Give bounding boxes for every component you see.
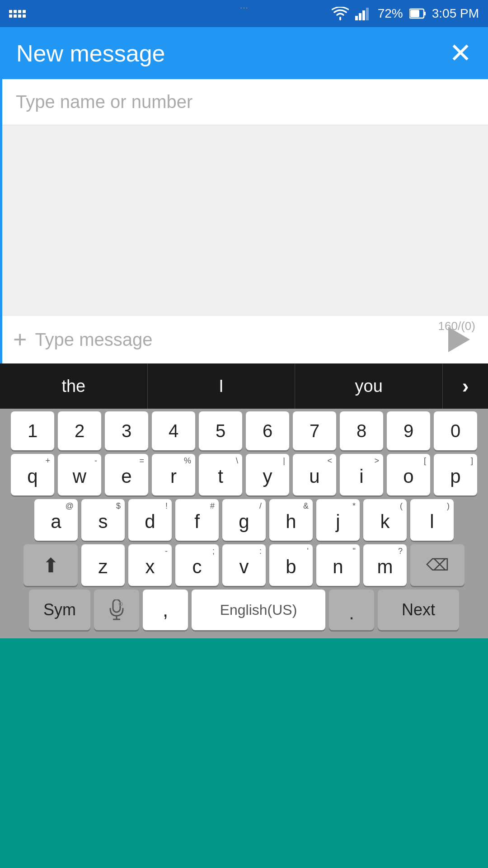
suggestions-arrow-icon: › bbox=[462, 375, 469, 397]
key-h[interactable]: & h bbox=[269, 499, 313, 541]
app-header: New message ✕ bbox=[0, 27, 488, 79]
status-bar-left bbox=[9, 10, 326, 18]
key-n[interactable]: " n bbox=[316, 544, 360, 586]
zxcv-row: ⬆ z - x ; c : v ' b " n ? m ⌫ bbox=[2, 544, 486, 586]
svg-rect-6 bbox=[410, 10, 419, 17]
clock: 3:05 PM bbox=[432, 6, 479, 21]
message-input-row: 160/(0) + bbox=[2, 315, 488, 363]
next-key[interactable]: Next bbox=[378, 590, 459, 630]
message-input[interactable] bbox=[35, 330, 441, 350]
battery-icon bbox=[409, 7, 426, 20]
recipient-input[interactable] bbox=[2, 79, 488, 125]
asdf-row: @ a $ s ! d # f / g & h * j ( k bbox=[2, 499, 486, 541]
key-0[interactable]: 0 bbox=[434, 411, 477, 450]
key-8[interactable]: 8 bbox=[340, 411, 383, 450]
key-7[interactable]: 7 bbox=[293, 411, 336, 450]
key-9[interactable]: 9 bbox=[387, 411, 430, 450]
key-x[interactable]: - x bbox=[128, 544, 172, 586]
suggestion-i[interactable]: I bbox=[148, 363, 296, 409]
suggestions-more-button[interactable]: › bbox=[443, 363, 488, 409]
space-key[interactable]: English(US) bbox=[192, 590, 325, 630]
key-4[interactable]: 4 bbox=[152, 411, 195, 450]
bottom-row: Sym ⚙ , English(US) ··· . Next bbox=[2, 590, 486, 630]
key-w[interactable]: - w bbox=[58, 454, 101, 495]
suggestions-bar: the I you › bbox=[0, 363, 488, 409]
key-o[interactable]: [ o bbox=[387, 454, 430, 495]
key-g[interactable]: / g bbox=[222, 499, 266, 541]
key-l[interactable]: ) l bbox=[410, 499, 454, 541]
key-d[interactable]: ! d bbox=[128, 499, 172, 541]
comma-key[interactable]: , bbox=[143, 590, 188, 630]
key-t[interactable]: \ t bbox=[199, 454, 242, 495]
wifi-icon bbox=[332, 7, 349, 20]
key-u[interactable]: < u bbox=[293, 454, 336, 495]
shift-key[interactable]: ⬆ bbox=[23, 544, 78, 586]
battery-level: 72% bbox=[378, 6, 403, 21]
key-j[interactable]: * j bbox=[316, 499, 360, 541]
svg-rect-2 bbox=[362, 10, 365, 20]
mic-wrapper: ⚙ bbox=[108, 599, 125, 620]
suggestion-you[interactable]: you bbox=[295, 363, 443, 409]
number-row: 1 2 3 4 5 6 7 8 9 0 bbox=[2, 411, 486, 450]
period-key[interactable]: ··· . bbox=[329, 590, 374, 630]
suggestion-the[interactable]: the bbox=[0, 363, 148, 409]
key-q[interactable]: + q bbox=[11, 454, 54, 495]
qwerty-row: + q - w = e % r \ t | y < u > i bbox=[2, 454, 486, 495]
delete-icon: ⌫ bbox=[426, 556, 449, 575]
grid-icon bbox=[9, 10, 26, 18]
key-m[interactable]: ? m bbox=[363, 544, 407, 586]
char-count: 160/(0) bbox=[438, 319, 475, 333]
svg-rect-5 bbox=[424, 12, 426, 15]
key-c[interactable]: ; c bbox=[175, 544, 219, 586]
signal-icon bbox=[355, 7, 371, 20]
svg-rect-3 bbox=[366, 8, 369, 20]
keyboard: 1 2 3 4 5 6 7 8 9 0 + q - w = e % r \ t bbox=[0, 409, 488, 638]
key-6[interactable]: 6 bbox=[246, 411, 289, 450]
compose-area: 160/(0) + bbox=[0, 79, 488, 363]
key-p[interactable]: ] p bbox=[434, 454, 477, 495]
status-icons: 72% 3:05 PM bbox=[332, 6, 479, 21]
delete-key[interactable]: ⌫ bbox=[410, 544, 465, 586]
sym-key[interactable]: Sym bbox=[29, 590, 90, 630]
svg-rect-0 bbox=[355, 16, 358, 20]
key-k[interactable]: ( k bbox=[363, 499, 407, 541]
key-z[interactable]: z bbox=[81, 544, 125, 586]
key-v[interactable]: : v bbox=[222, 544, 266, 586]
shift-icon: ⬆ bbox=[42, 554, 59, 577]
key-i[interactable]: > i bbox=[340, 454, 383, 495]
key-5[interactable]: 5 bbox=[199, 411, 242, 450]
key-e[interactable]: = e bbox=[105, 454, 148, 495]
key-b[interactable]: ' b bbox=[269, 544, 313, 586]
mic-key[interactable]: ⚙ bbox=[94, 590, 139, 630]
key-s[interactable]: $ s bbox=[81, 499, 125, 541]
add-attachment-button[interactable]: + bbox=[13, 328, 27, 351]
close-button[interactable]: ✕ bbox=[449, 40, 472, 67]
key-r[interactable]: % r bbox=[152, 454, 195, 495]
key-1[interactable]: 1 bbox=[11, 411, 54, 450]
key-a[interactable]: @ a bbox=[34, 499, 78, 541]
key-y[interactable]: | y bbox=[246, 454, 289, 495]
key-3[interactable]: 3 bbox=[105, 411, 148, 450]
key-f[interactable]: # f bbox=[175, 499, 219, 541]
gear-icon: ⚙ bbox=[118, 600, 124, 608]
message-body bbox=[2, 125, 488, 315]
page-title: New message bbox=[16, 40, 165, 67]
svg-rect-1 bbox=[359, 13, 361, 20]
key-2[interactable]: 2 bbox=[58, 411, 101, 450]
